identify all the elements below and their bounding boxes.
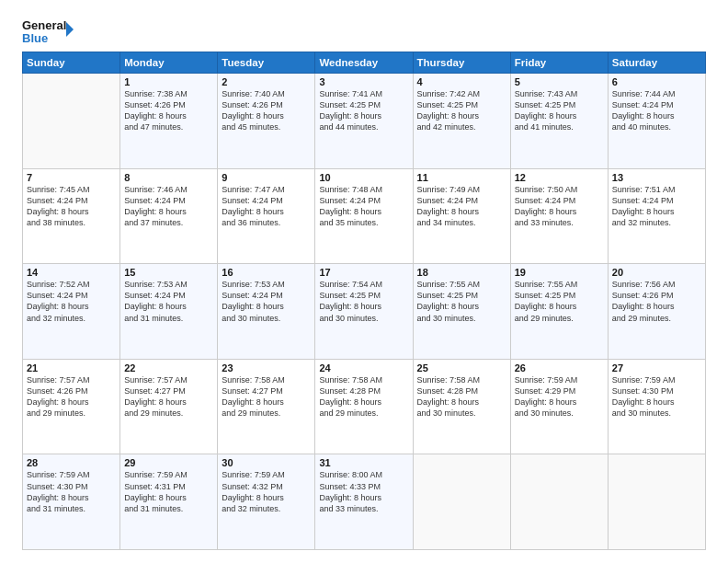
day-number: 4 <box>417 76 506 87</box>
calendar-table: SundayMondayTuesdayWednesdayThursdayFrid… <box>22 52 706 550</box>
day-number: 31 <box>319 457 408 468</box>
day-number: 12 <box>515 172 604 183</box>
day-number: 7 <box>27 172 116 183</box>
day-number: 9 <box>222 172 311 183</box>
day-cell: 7Sunrise: 7:45 AM Sunset: 4:24 PM Daylig… <box>23 168 120 264</box>
day-info: Sunrise: 7:59 AM Sunset: 4:31 PM Dayligh… <box>124 469 213 514</box>
day-number: 17 <box>319 267 408 278</box>
week-row-4: 21Sunrise: 7:57 AM Sunset: 4:26 PM Dayli… <box>23 359 706 454</box>
day-number: 28 <box>27 457 116 468</box>
weekday-header-monday: Monday <box>120 52 218 74</box>
day-cell: 22Sunrise: 7:57 AM Sunset: 4:27 PM Dayli… <box>120 359 218 454</box>
day-number: 19 <box>515 267 604 278</box>
day-info: Sunrise: 7:53 AM Sunset: 4:24 PM Dayligh… <box>124 279 213 324</box>
svg-text:Blue: Blue <box>22 31 48 45</box>
day-number: 10 <box>319 172 408 183</box>
day-info: Sunrise: 7:59 AM Sunset: 4:32 PM Dayligh… <box>222 469 311 514</box>
day-cell: 6Sunrise: 7:44 AM Sunset: 4:24 PM Daylig… <box>608 74 705 169</box>
day-cell: 13Sunrise: 7:51 AM Sunset: 4:24 PM Dayli… <box>608 168 705 264</box>
day-info: Sunrise: 7:50 AM Sunset: 4:24 PM Dayligh… <box>515 184 604 229</box>
logo: GeneralBlue <box>22 17 77 46</box>
day-number: 22 <box>124 362 213 373</box>
day-info: Sunrise: 7:40 AM Sunset: 4:26 PM Dayligh… <box>222 88 311 133</box>
day-info: Sunrise: 7:45 AM Sunset: 4:24 PM Dayligh… <box>27 184 116 229</box>
day-cell <box>413 454 510 550</box>
day-cell <box>23 74 120 169</box>
day-info: Sunrise: 7:43 AM Sunset: 4:25 PM Dayligh… <box>515 88 604 133</box>
day-info: Sunrise: 7:48 AM Sunset: 4:24 PM Dayligh… <box>319 184 408 229</box>
day-cell: 23Sunrise: 7:58 AM Sunset: 4:27 PM Dayli… <box>218 359 315 454</box>
day-cell: 18Sunrise: 7:55 AM Sunset: 4:25 PM Dayli… <box>413 264 510 360</box>
day-cell: 17Sunrise: 7:54 AM Sunset: 4:25 PM Dayli… <box>315 264 413 360</box>
day-info: Sunrise: 7:41 AM Sunset: 4:25 PM Dayligh… <box>319 88 408 133</box>
day-info: Sunrise: 7:52 AM Sunset: 4:24 PM Dayligh… <box>27 279 116 324</box>
day-info: Sunrise: 7:56 AM Sunset: 4:26 PM Dayligh… <box>612 279 701 324</box>
day-info: Sunrise: 7:57 AM Sunset: 4:27 PM Dayligh… <box>124 374 213 419</box>
day-info: Sunrise: 7:59 AM Sunset: 4:30 PM Dayligh… <box>27 469 116 514</box>
day-info: Sunrise: 7:38 AM Sunset: 4:26 PM Dayligh… <box>124 88 213 133</box>
day-cell: 25Sunrise: 7:58 AM Sunset: 4:28 PM Dayli… <box>413 359 510 454</box>
day-number: 2 <box>222 76 311 87</box>
day-cell <box>510 454 608 550</box>
day-cell: 12Sunrise: 7:50 AM Sunset: 4:24 PM Dayli… <box>510 168 608 264</box>
day-cell: 20Sunrise: 7:56 AM Sunset: 4:26 PM Dayli… <box>608 264 705 360</box>
day-number: 15 <box>124 267 213 278</box>
day-info: Sunrise: 7:42 AM Sunset: 4:25 PM Dayligh… <box>417 88 506 133</box>
day-cell: 1Sunrise: 7:38 AM Sunset: 4:26 PM Daylig… <box>120 74 218 169</box>
day-number: 25 <box>417 362 506 373</box>
weekday-header-saturday: Saturday <box>608 52 705 74</box>
day-cell: 28Sunrise: 7:59 AM Sunset: 4:30 PM Dayli… <box>23 454 120 550</box>
day-cell: 26Sunrise: 7:59 AM Sunset: 4:29 PM Dayli… <box>510 359 608 454</box>
day-number: 29 <box>124 457 213 468</box>
week-row-2: 7Sunrise: 7:45 AM Sunset: 4:24 PM Daylig… <box>23 168 706 264</box>
weekday-header-sunday: Sunday <box>23 52 120 74</box>
day-info: Sunrise: 7:51 AM Sunset: 4:24 PM Dayligh… <box>612 184 701 229</box>
day-number: 24 <box>319 362 408 373</box>
day-number: 20 <box>612 267 701 278</box>
page: GeneralBlue SundayMondayTuesdayWednesday… <box>0 0 728 563</box>
day-cell: 31Sunrise: 8:00 AM Sunset: 4:33 PM Dayli… <box>315 454 413 550</box>
day-cell <box>608 454 705 550</box>
day-number: 23 <box>222 362 311 373</box>
day-info: Sunrise: 7:59 AM Sunset: 4:29 PM Dayligh… <box>515 374 604 419</box>
day-cell: 27Sunrise: 7:59 AM Sunset: 4:30 PM Dayli… <box>608 359 705 454</box>
day-cell: 8Sunrise: 7:46 AM Sunset: 4:24 PM Daylig… <box>120 168 218 264</box>
day-cell: 21Sunrise: 7:57 AM Sunset: 4:26 PM Dayli… <box>23 359 120 454</box>
day-info: Sunrise: 7:55 AM Sunset: 4:25 PM Dayligh… <box>515 279 604 324</box>
day-info: Sunrise: 7:53 AM Sunset: 4:24 PM Dayligh… <box>222 279 311 324</box>
week-row-5: 28Sunrise: 7:59 AM Sunset: 4:30 PM Dayli… <box>23 454 706 550</box>
day-number: 27 <box>612 362 701 373</box>
day-number: 5 <box>515 76 604 87</box>
day-number: 21 <box>27 362 116 373</box>
day-cell: 4Sunrise: 7:42 AM Sunset: 4:25 PM Daylig… <box>413 74 510 169</box>
day-cell: 11Sunrise: 7:49 AM Sunset: 4:24 PM Dayli… <box>413 168 510 264</box>
day-info: Sunrise: 7:58 AM Sunset: 4:27 PM Dayligh… <box>222 374 311 419</box>
weekday-header-friday: Friday <box>510 52 608 74</box>
day-number: 30 <box>222 457 311 468</box>
day-cell: 3Sunrise: 7:41 AM Sunset: 4:25 PM Daylig… <box>315 74 413 169</box>
day-cell: 19Sunrise: 7:55 AM Sunset: 4:25 PM Dayli… <box>510 264 608 360</box>
day-number: 14 <box>27 267 116 278</box>
weekday-header-wednesday: Wednesday <box>315 52 413 74</box>
day-cell: 30Sunrise: 7:59 AM Sunset: 4:32 PM Dayli… <box>218 454 315 550</box>
day-info: Sunrise: 7:58 AM Sunset: 4:28 PM Dayligh… <box>319 374 408 419</box>
week-row-3: 14Sunrise: 7:52 AM Sunset: 4:24 PM Dayli… <box>23 264 706 360</box>
day-number: 3 <box>319 76 408 87</box>
day-info: Sunrise: 7:57 AM Sunset: 4:26 PM Dayligh… <box>27 374 116 419</box>
day-cell: 16Sunrise: 7:53 AM Sunset: 4:24 PM Dayli… <box>218 264 315 360</box>
day-info: Sunrise: 7:58 AM Sunset: 4:28 PM Dayligh… <box>417 374 506 419</box>
day-number: 26 <box>515 362 604 373</box>
day-number: 16 <box>222 267 311 278</box>
weekday-header-thursday: Thursday <box>413 52 510 74</box>
day-cell: 15Sunrise: 7:53 AM Sunset: 4:24 PM Dayli… <box>120 264 218 360</box>
header: GeneralBlue <box>22 17 706 46</box>
day-number: 8 <box>124 172 213 183</box>
day-number: 18 <box>417 267 506 278</box>
svg-text:General: General <box>22 18 66 32</box>
day-cell: 29Sunrise: 7:59 AM Sunset: 4:31 PM Dayli… <box>120 454 218 550</box>
svg-marker-2 <box>66 22 74 37</box>
day-cell: 9Sunrise: 7:47 AM Sunset: 4:24 PM Daylig… <box>218 168 315 264</box>
weekday-header-tuesday: Tuesday <box>218 52 315 74</box>
day-cell: 10Sunrise: 7:48 AM Sunset: 4:24 PM Dayli… <box>315 168 413 264</box>
day-info: Sunrise: 7:44 AM Sunset: 4:24 PM Dayligh… <box>612 88 701 133</box>
